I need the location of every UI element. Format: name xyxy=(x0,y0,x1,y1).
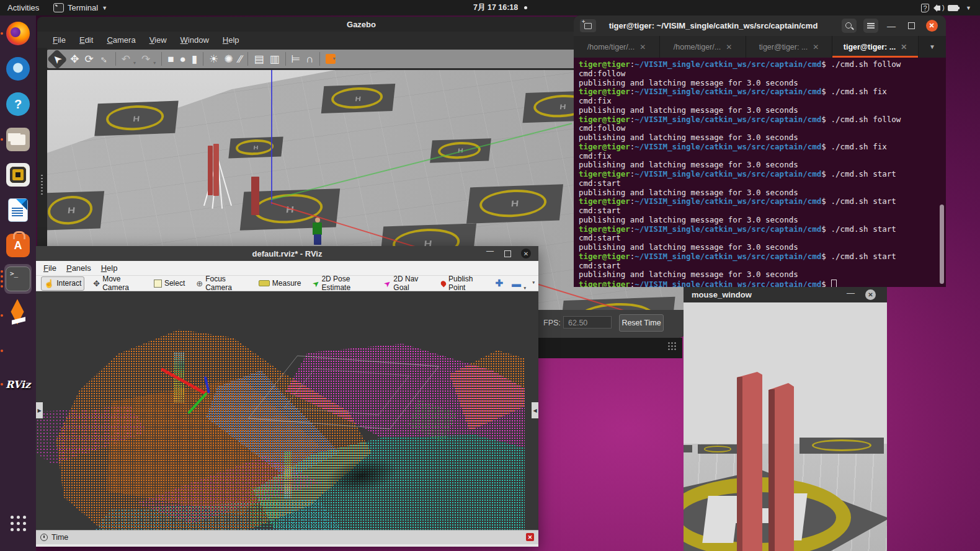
rainbow-column xyxy=(284,451,292,500)
top-bar: Activities Terminal ▼ 7月 17 16:18 ? ▼ xyxy=(0,0,980,15)
minimize-button[interactable]: — xyxy=(884,15,899,36)
minimize-button[interactable]: — xyxy=(486,247,494,255)
align-icon[interactable]: ⊨ xyxy=(292,54,301,64)
rviz-3d-viewport[interactable]: ▶ ◀ xyxy=(36,291,538,530)
terminal-output[interactable]: tiger@tiger:~/VISIM_single/catkin_ws/src… xyxy=(574,58,946,287)
building-editor-icon[interactable]: ▾ xyxy=(326,54,336,64)
gazebo-menu-camera[interactable]: Camera xyxy=(101,34,141,46)
rviz-tool-interact[interactable]: ☝Interact xyxy=(41,276,84,291)
tab-close-icon[interactable]: ✕ xyxy=(726,43,732,51)
dock-item-rhythmbox[interactable] xyxy=(4,160,32,190)
mouse-window-titlebar[interactable]: mouse_window — ✕ xyxy=(684,287,887,302)
maximize-button[interactable] xyxy=(904,15,919,36)
rviz-tool-publish-point[interactable]: Publish Point xyxy=(439,277,489,290)
rviz-menu-help[interactable]: Help xyxy=(96,263,123,273)
rviz-tool-2d-pose-estimate[interactable]: ➤2D Pose Estimate xyxy=(310,277,376,290)
undo-icon[interactable]: ↶ xyxy=(122,54,130,64)
resize-grip-icon[interactable] xyxy=(667,342,676,350)
close-button[interactable]: ✕ xyxy=(521,249,531,258)
point-light-icon[interactable]: ☀ xyxy=(209,54,218,64)
tool-label: Measure xyxy=(272,279,301,288)
rviz-tool-measure[interactable]: Measure xyxy=(256,277,304,290)
libreoffice-icon xyxy=(9,199,27,221)
terminal-tab-2[interactable]: /home/tiger/...✕ xyxy=(660,36,746,58)
time-panel-header[interactable]: Time ✕ xyxy=(36,530,538,544)
rotate-icon[interactable]: ⟳ xyxy=(85,54,94,64)
gazebo-menu-file[interactable]: File xyxy=(47,34,71,46)
dock-item-libreoffice[interactable] xyxy=(4,195,32,225)
dock-item-thunderbird[interactable] xyxy=(4,54,32,84)
spot-light-icon[interactable]: ✺ xyxy=(224,54,233,64)
rviz-tool-2d-nav-goal[interactable]: ➤2D Nav Goal xyxy=(381,277,432,290)
system-tray[interactable]: ? ▼ xyxy=(921,0,971,15)
select-arrow-icon[interactable]: ➤ xyxy=(47,48,67,69)
rviz-menu-panels[interactable]: Panels xyxy=(61,263,96,273)
snap-icon[interactable]: ∩ xyxy=(306,54,313,64)
sphere-icon[interactable]: ● xyxy=(180,54,186,64)
scrollbar-thumb[interactable] xyxy=(940,205,944,284)
show-applications-button[interactable] xyxy=(4,508,32,538)
clock[interactable]: 7月 17 16:18 xyxy=(473,0,527,15)
maximize-button[interactable] xyxy=(504,250,511,257)
rhythmbox-icon xyxy=(6,163,30,187)
paste-icon[interactable]: ▥ xyxy=(269,54,279,64)
dock-item-gazebo[interactable] xyxy=(4,301,32,330)
dock-item-help[interactable]: ? xyxy=(4,89,32,119)
terminal-header[interactable]: tiger@tiger: ~/VISIM_single/catkin_ws/sr… xyxy=(574,15,946,36)
minus-button[interactable]: ▬▾ xyxy=(512,278,521,289)
dock-item-rviz[interactable]: RViz xyxy=(4,369,32,399)
tab-list-dropdown-icon[interactable]: ▼ xyxy=(919,36,946,58)
rviz-menu-file[interactable]: File xyxy=(38,263,61,273)
terminal-tab-3[interactable]: tiger@tiger: ...✕ xyxy=(746,36,832,58)
fps-value-field[interactable]: 62.50 xyxy=(563,316,612,328)
panel-expand-right-icon[interactable]: ◀ xyxy=(532,402,538,418)
activities-button[interactable]: Activities xyxy=(7,0,39,15)
reset-time-button[interactable]: Reset Time xyxy=(619,314,664,332)
minimize-button[interactable]: — xyxy=(847,288,855,298)
gazebo-menu-window[interactable]: Window xyxy=(175,34,215,46)
directional-light-icon[interactable]: ∕∕ xyxy=(239,54,243,64)
redo-icon[interactable]: ↷ xyxy=(141,54,150,64)
mouse-window-3d-view[interactable] xyxy=(684,302,887,551)
tool-label: Publish Point xyxy=(448,275,486,292)
tab-close-icon[interactable]: ✕ xyxy=(901,43,907,51)
rviz-titlebar[interactable]: default.rviz* - RViz — ✕ xyxy=(36,246,538,261)
close-button[interactable]: ✕ xyxy=(922,15,941,36)
rviz-tool-select[interactable]: Select xyxy=(151,277,187,290)
time-panel-close-icon[interactable]: ✕ xyxy=(526,533,534,541)
new-tab-button[interactable] xyxy=(580,19,596,32)
dock-item-terminal[interactable]: >_ xyxy=(4,264,32,294)
terminal-tab-1[interactable]: /home/tiger/...✕ xyxy=(574,36,660,58)
cylinder-icon[interactable]: ▮ xyxy=(192,54,197,64)
search-icon[interactable] xyxy=(842,19,857,33)
tab-close-icon[interactable]: ✕ xyxy=(639,43,646,51)
scale-icon[interactable]: ⇔ xyxy=(97,51,112,66)
helipad: H xyxy=(228,136,283,158)
gazebo-menu-edit[interactable]: Edit xyxy=(74,34,99,46)
app-menu[interactable]: Terminal ▼ xyxy=(53,0,107,15)
rviz-menubar: FilePanelsHelp xyxy=(36,261,538,276)
tab-close-icon[interactable]: ✕ xyxy=(813,43,819,51)
magenta-arrow-icon: ➤ xyxy=(382,278,393,289)
gazebo-menu-view[interactable]: View xyxy=(144,34,172,46)
terminal-icon: >_ xyxy=(6,267,30,291)
undo-dropdown-icon[interactable]: ▾ xyxy=(133,60,136,68)
running-indicator-dots xyxy=(1,314,3,317)
gazebo-menu-help[interactable]: Help xyxy=(217,34,245,46)
rviz-tool-move-camera[interactable]: ✥Move Camera xyxy=(91,277,145,290)
translate-icon[interactable]: ✥ xyxy=(70,54,79,64)
hamburger-menu-icon[interactable] xyxy=(863,19,878,33)
caret-down-icon: ▼ xyxy=(102,5,107,11)
dock-item-files[interactable] xyxy=(4,125,32,154)
dock-item-unknown[interactable] xyxy=(4,336,32,366)
dock-item-firefox[interactable] xyxy=(4,19,32,48)
panel-expand-left-icon[interactable]: ▶ xyxy=(36,402,43,418)
dock-item-software[interactable]: A xyxy=(4,231,32,260)
copy-icon[interactable]: ▤ xyxy=(254,54,264,64)
redo-dropdown-icon[interactable]: ▾ xyxy=(153,60,156,68)
plus-button[interactable]: ✚ xyxy=(495,278,503,289)
box-icon[interactable]: ■ xyxy=(167,54,174,64)
terminal-tab-4[interactable]: tiger@tiger: ...✕ xyxy=(832,36,919,58)
rviz-tool-focus-camera[interactable]: ⊕Focus Camera xyxy=(194,277,250,290)
close-button[interactable]: ✕ xyxy=(865,289,876,300)
